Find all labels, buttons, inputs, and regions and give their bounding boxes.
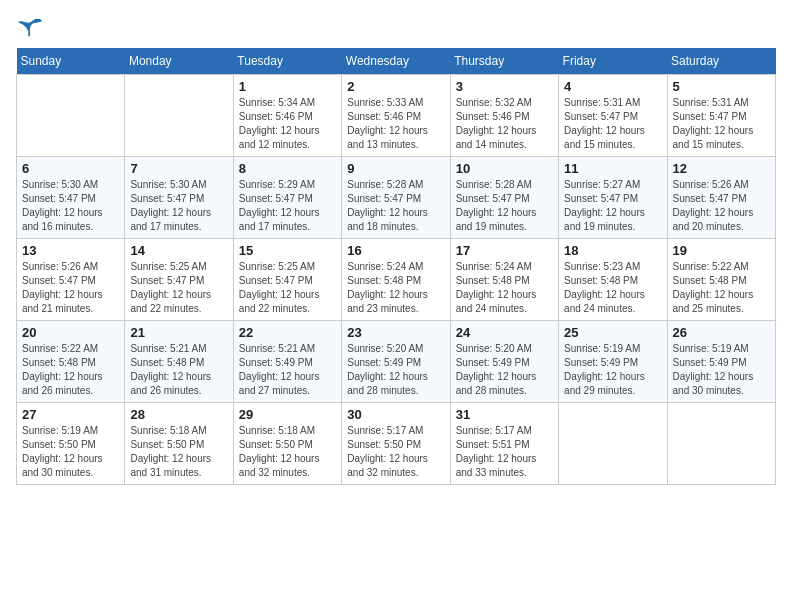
sunset-text: Sunset: 5:47 PM: [22, 193, 96, 204]
sunset-text: Sunset: 5:46 PM: [239, 111, 313, 122]
calendar-cell: 4 Sunrise: 5:31 AM Sunset: 5:47 PM Dayli…: [559, 75, 667, 157]
daylight-text: Daylight: 12 hours and 31 minutes.: [130, 453, 211, 478]
column-header-sunday: Sunday: [17, 48, 125, 75]
calendar-cell: 22 Sunrise: 5:21 AM Sunset: 5:49 PM Dayl…: [233, 321, 341, 403]
sunset-text: Sunset: 5:47 PM: [564, 111, 638, 122]
sunset-text: Sunset: 5:49 PM: [564, 357, 638, 368]
day-number: 26: [673, 325, 770, 340]
day-number: 19: [673, 243, 770, 258]
sunrise-text: Sunrise: 5:21 AM: [239, 343, 315, 354]
daylight-text: Daylight: 12 hours and 14 minutes.: [456, 125, 537, 150]
day-info: Sunrise: 5:18 AM Sunset: 5:50 PM Dayligh…: [130, 424, 227, 480]
column-header-tuesday: Tuesday: [233, 48, 341, 75]
day-info: Sunrise: 5:34 AM Sunset: 5:46 PM Dayligh…: [239, 96, 336, 152]
sunrise-text: Sunrise: 5:18 AM: [239, 425, 315, 436]
daylight-text: Daylight: 12 hours and 12 minutes.: [239, 125, 320, 150]
page-header: [16, 16, 776, 38]
sunset-text: Sunset: 5:47 PM: [130, 275, 204, 286]
day-number: 4: [564, 79, 661, 94]
daylight-text: Daylight: 12 hours and 25 minutes.: [673, 289, 754, 314]
sunset-text: Sunset: 5:48 PM: [564, 275, 638, 286]
sunrise-text: Sunrise: 5:30 AM: [22, 179, 98, 190]
sunrise-text: Sunrise: 5:19 AM: [564, 343, 640, 354]
day-number: 5: [673, 79, 770, 94]
logo: [16, 16, 48, 38]
sunrise-text: Sunrise: 5:34 AM: [239, 97, 315, 108]
day-info: Sunrise: 5:33 AM Sunset: 5:46 PM Dayligh…: [347, 96, 444, 152]
sunrise-text: Sunrise: 5:31 AM: [564, 97, 640, 108]
day-info: Sunrise: 5:30 AM Sunset: 5:47 PM Dayligh…: [22, 178, 119, 234]
day-number: 12: [673, 161, 770, 176]
daylight-text: Daylight: 12 hours and 28 minutes.: [456, 371, 537, 396]
day-number: 25: [564, 325, 661, 340]
sunset-text: Sunset: 5:49 PM: [673, 357, 747, 368]
daylight-text: Daylight: 12 hours and 13 minutes.: [347, 125, 428, 150]
sunrise-text: Sunrise: 5:18 AM: [130, 425, 206, 436]
sunset-text: Sunset: 5:47 PM: [347, 193, 421, 204]
day-info: Sunrise: 5:23 AM Sunset: 5:48 PM Dayligh…: [564, 260, 661, 316]
day-info: Sunrise: 5:21 AM Sunset: 5:49 PM Dayligh…: [239, 342, 336, 398]
calendar-cell: 23 Sunrise: 5:20 AM Sunset: 5:49 PM Dayl…: [342, 321, 450, 403]
sunset-text: Sunset: 5:47 PM: [673, 193, 747, 204]
daylight-text: Daylight: 12 hours and 15 minutes.: [564, 125, 645, 150]
day-number: 13: [22, 243, 119, 258]
daylight-text: Daylight: 12 hours and 30 minutes.: [22, 453, 103, 478]
calendar-cell: 21 Sunrise: 5:21 AM Sunset: 5:48 PM Dayl…: [125, 321, 233, 403]
day-number: 31: [456, 407, 553, 422]
day-number: 2: [347, 79, 444, 94]
calendar-cell: 25 Sunrise: 5:19 AM Sunset: 5:49 PM Dayl…: [559, 321, 667, 403]
day-info: Sunrise: 5:19 AM Sunset: 5:49 PM Dayligh…: [564, 342, 661, 398]
day-number: 27: [22, 407, 119, 422]
sunrise-text: Sunrise: 5:22 AM: [22, 343, 98, 354]
sunset-text: Sunset: 5:47 PM: [239, 275, 313, 286]
daylight-text: Daylight: 12 hours and 22 minutes.: [239, 289, 320, 314]
daylight-text: Daylight: 12 hours and 23 minutes.: [347, 289, 428, 314]
sunrise-text: Sunrise: 5:23 AM: [564, 261, 640, 272]
day-info: Sunrise: 5:25 AM Sunset: 5:47 PM Dayligh…: [239, 260, 336, 316]
day-number: 18: [564, 243, 661, 258]
sunset-text: Sunset: 5:51 PM: [456, 439, 530, 450]
day-info: Sunrise: 5:28 AM Sunset: 5:47 PM Dayligh…: [456, 178, 553, 234]
sunrise-text: Sunrise: 5:22 AM: [673, 261, 749, 272]
daylight-text: Daylight: 12 hours and 18 minutes.: [347, 207, 428, 232]
calendar-cell: 16 Sunrise: 5:24 AM Sunset: 5:48 PM Dayl…: [342, 239, 450, 321]
calendar-cell: 26 Sunrise: 5:19 AM Sunset: 5:49 PM Dayl…: [667, 321, 775, 403]
calendar-cell: [125, 75, 233, 157]
calendar-cell: 3 Sunrise: 5:32 AM Sunset: 5:46 PM Dayli…: [450, 75, 558, 157]
logo-icon: [16, 16, 44, 38]
calendar-cell: 29 Sunrise: 5:18 AM Sunset: 5:50 PM Dayl…: [233, 403, 341, 485]
day-number: 15: [239, 243, 336, 258]
sunrise-text: Sunrise: 5:27 AM: [564, 179, 640, 190]
daylight-text: Daylight: 12 hours and 28 minutes.: [347, 371, 428, 396]
day-info: Sunrise: 5:32 AM Sunset: 5:46 PM Dayligh…: [456, 96, 553, 152]
sunrise-text: Sunrise: 5:33 AM: [347, 97, 423, 108]
sunrise-text: Sunrise: 5:28 AM: [456, 179, 532, 190]
sunset-text: Sunset: 5:48 PM: [130, 357, 204, 368]
calendar-cell: 28 Sunrise: 5:18 AM Sunset: 5:50 PM Dayl…: [125, 403, 233, 485]
sunrise-text: Sunrise: 5:29 AM: [239, 179, 315, 190]
day-info: Sunrise: 5:26 AM Sunset: 5:47 PM Dayligh…: [22, 260, 119, 316]
day-info: Sunrise: 5:20 AM Sunset: 5:49 PM Dayligh…: [456, 342, 553, 398]
daylight-text: Daylight: 12 hours and 22 minutes.: [130, 289, 211, 314]
calendar-cell: 6 Sunrise: 5:30 AM Sunset: 5:47 PM Dayli…: [17, 157, 125, 239]
sunrise-text: Sunrise: 5:32 AM: [456, 97, 532, 108]
sunrise-text: Sunrise: 5:19 AM: [22, 425, 98, 436]
sunrise-text: Sunrise: 5:20 AM: [347, 343, 423, 354]
calendar-week-row: 6 Sunrise: 5:30 AM Sunset: 5:47 PM Dayli…: [17, 157, 776, 239]
sunrise-text: Sunrise: 5:31 AM: [673, 97, 749, 108]
day-info: Sunrise: 5:31 AM Sunset: 5:47 PM Dayligh…: [673, 96, 770, 152]
day-info: Sunrise: 5:19 AM Sunset: 5:50 PM Dayligh…: [22, 424, 119, 480]
daylight-text: Daylight: 12 hours and 33 minutes.: [456, 453, 537, 478]
day-info: Sunrise: 5:30 AM Sunset: 5:47 PM Dayligh…: [130, 178, 227, 234]
daylight-text: Daylight: 12 hours and 21 minutes.: [22, 289, 103, 314]
sunset-text: Sunset: 5:47 PM: [130, 193, 204, 204]
column-header-thursday: Thursday: [450, 48, 558, 75]
calendar-table: SundayMondayTuesdayWednesdayThursdayFrid…: [16, 48, 776, 485]
day-number: 16: [347, 243, 444, 258]
calendar-week-row: 27 Sunrise: 5:19 AM Sunset: 5:50 PM Dayl…: [17, 403, 776, 485]
daylight-text: Daylight: 12 hours and 32 minutes.: [347, 453, 428, 478]
calendar-cell: 27 Sunrise: 5:19 AM Sunset: 5:50 PM Dayl…: [17, 403, 125, 485]
day-number: 3: [456, 79, 553, 94]
day-number: 21: [130, 325, 227, 340]
day-number: 17: [456, 243, 553, 258]
